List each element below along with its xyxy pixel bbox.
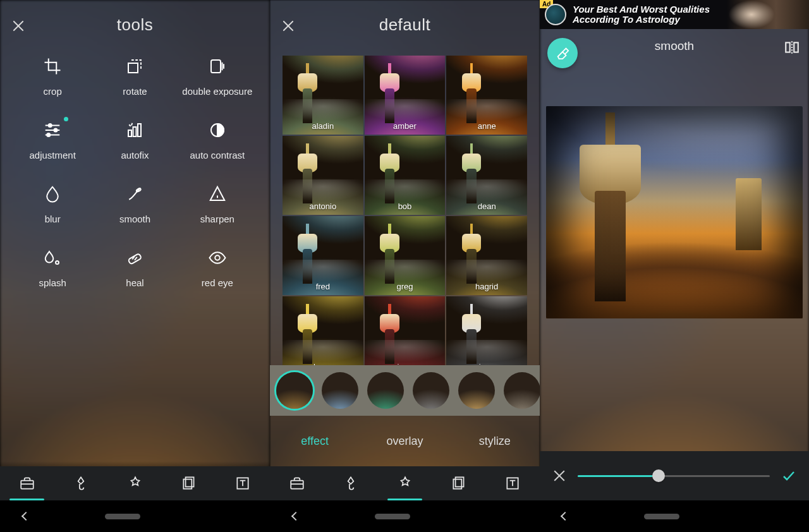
auto-contrast-icon — [207, 119, 228, 141]
svg-point-14 — [56, 261, 59, 264]
filter-jean[interactable]: jean — [446, 296, 527, 375]
tool-auto-contrast[interactable]: auto contrast — [176, 119, 259, 160]
android-nav — [270, 500, 540, 532]
svg-rect-26 — [456, 477, 464, 487]
svg-rect-19 — [21, 481, 33, 489]
nav-home-pill[interactable] — [644, 514, 679, 519]
close-icon[interactable] — [11, 19, 25, 33]
tool-sharpen[interactable]: sharpen — [176, 183, 259, 224]
filter-amber[interactable]: amber — [365, 56, 446, 135]
filter-category-0[interactable] — [276, 372, 313, 409]
tab-brush[interactable] — [324, 466, 377, 500]
tools-screen: tools croprotatedouble exposureadjustmen… — [0, 0, 270, 532]
filter-category-3[interactable] — [413, 372, 449, 409]
nav-back-icon[interactable] — [291, 512, 300, 521]
tools-topbar: tools — [0, 0, 270, 49]
nav-home-pill[interactable] — [375, 514, 410, 519]
filter-aladin[interactable]: aladin — [283, 56, 363, 135]
filters-title: default — [379, 15, 431, 35]
eraser-button[interactable] — [547, 38, 578, 68]
tools-title: tools — [117, 15, 153, 35]
tool-double-exposure[interactable]: double exposure — [176, 56, 259, 97]
apply-button[interactable] — [781, 468, 796, 483]
filter-label: aladin — [283, 121, 363, 131]
svg-point-7 — [47, 133, 50, 136]
tool-red-eye[interactable]: red eye — [176, 247, 259, 288]
mode-stylize[interactable]: stylize — [450, 435, 540, 448]
filter-hagrid[interactable]: hagrid — [446, 216, 527, 295]
filter-antonio[interactable]: antonio — [283, 136, 363, 215]
nav-back-icon[interactable] — [21, 512, 30, 521]
tool-crop[interactable]: crop — [11, 56, 94, 97]
tab-text[interactable] — [486, 466, 540, 500]
tab-toolbox[interactable] — [270, 466, 324, 500]
svg-rect-22 — [183, 480, 192, 489]
filter-category-5[interactable] — [504, 372, 540, 409]
blur-icon — [42, 183, 63, 205]
filter-harry[interactable]: harry — [283, 296, 363, 375]
smooth-screen: Ad Your Best And Worst Qualities Accordi… — [540, 0, 809, 532]
tool-label: autofix — [121, 150, 149, 160]
filter-fred[interactable]: fred — [283, 216, 363, 295]
filter-ivan[interactable]: ivan — [365, 296, 446, 375]
red-eye-icon — [207, 247, 228, 269]
tab-text[interactable] — [216, 466, 270, 500]
mode-overlay[interactable]: overlay — [360, 435, 449, 448]
tool-autofix[interactable]: autofix — [94, 119, 176, 160]
slider-knob[interactable] — [652, 469, 665, 482]
nav-home-pill[interactable] — [105, 514, 140, 519]
tab-layers[interactable] — [162, 466, 216, 500]
tool-rotate[interactable]: rotate — [94, 56, 176, 97]
filter-anne[interactable]: anne — [446, 56, 527, 135]
smooth-icon — [124, 183, 145, 205]
filters-screen: default aladin amber anne — [270, 0, 540, 532]
tool-blur[interactable]: blur — [11, 183, 94, 224]
filter-category-row[interactable] — [270, 365, 540, 416]
filter-label: hagrid — [446, 282, 527, 291]
tool-label: crop — [44, 86, 62, 97]
svg-line-17 — [135, 257, 137, 260]
svg-rect-24 — [291, 481, 303, 489]
tool-adjustment[interactable]: adjustment — [11, 119, 94, 160]
filter-label: anne — [446, 121, 527, 131]
tab-brush[interactable] — [54, 466, 107, 500]
tool-heal[interactable]: heal — [94, 247, 176, 288]
close-icon[interactable] — [281, 19, 295, 33]
tool-label: sharpen — [200, 214, 234, 224]
tool-label: red eye — [202, 277, 233, 288]
mode-effect[interactable]: effect — [270, 435, 360, 448]
mode-tabs: effectoverlaystylize — [270, 416, 540, 466]
filter-label: fred — [283, 282, 363, 291]
filter-label: amber — [365, 121, 446, 131]
android-nav — [540, 500, 809, 532]
filter-dean[interactable]: dean — [446, 136, 527, 215]
tool-splash[interactable]: splash — [11, 247, 94, 288]
tool-label: adjustment — [29, 150, 75, 160]
tab-effects[interactable] — [378, 466, 432, 500]
splash-icon — [42, 247, 63, 269]
compare-button[interactable] — [784, 39, 800, 56]
ad-banner[interactable]: Ad Your Best And Worst Qualities Accordi… — [540, 0, 809, 29]
tool-label: rotate — [123, 86, 147, 97]
filter-greg[interactable]: greg — [365, 216, 446, 295]
tab-layers[interactable] — [432, 466, 485, 500]
tool-smooth[interactable]: smooth — [94, 183, 176, 224]
tool-label: heal — [126, 277, 143, 288]
filter-bob[interactable]: bob — [365, 136, 446, 215]
rotate-icon — [124, 56, 145, 77]
smooth-title: smooth — [655, 39, 694, 53]
nav-back-icon[interactable] — [561, 512, 569, 521]
preview-image[interactable] — [546, 106, 803, 318]
cancel-button[interactable] — [552, 469, 566, 483]
filter-grid: aladin amber anne antonio — [283, 56, 527, 382]
tab-effects[interactable] — [108, 466, 162, 500]
filter-category-2[interactable] — [367, 372, 404, 409]
bottom-tabs — [270, 466, 540, 500]
smooth-slider[interactable] — [578, 475, 770, 477]
filter-category-1[interactable] — [322, 372, 358, 409]
filter-category-4[interactable] — [458, 372, 495, 409]
tab-toolbox[interactable] — [0, 466, 54, 500]
svg-rect-10 — [138, 124, 141, 136]
svg-rect-0 — [128, 63, 138, 73]
sharpen-icon — [207, 183, 228, 205]
